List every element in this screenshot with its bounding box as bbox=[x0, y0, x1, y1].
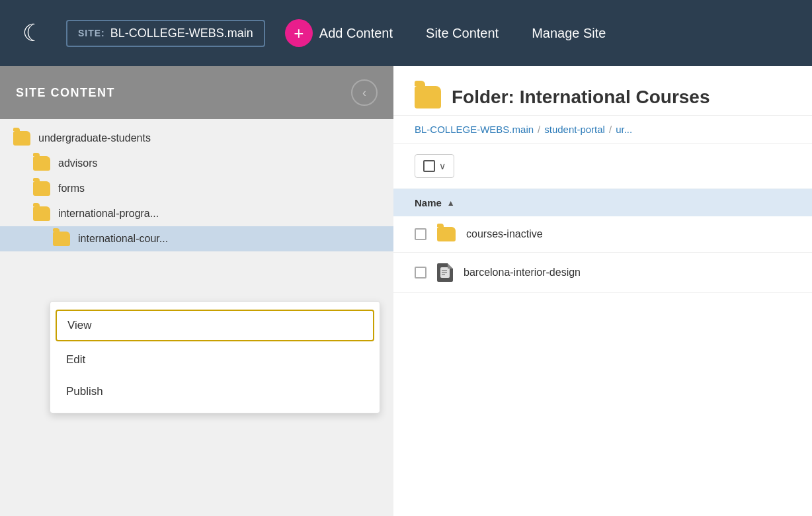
sidebar: SITE CONTENT ‹ undergraduate-students ad… bbox=[0, 66, 393, 516]
table-header: Name ▲ bbox=[393, 189, 812, 216]
site-name: BL-COLLEGE-WEBS.main bbox=[110, 26, 253, 40]
folder-icon bbox=[33, 206, 50, 221]
toolbar-row: ∨ bbox=[393, 144, 812, 189]
sidebar-header: SITE CONTENT ‹ bbox=[0, 66, 393, 119]
context-menu-edit[interactable]: Edit bbox=[50, 344, 380, 376]
name-column-header[interactable]: Name bbox=[415, 197, 442, 208]
breadcrumb: BL-COLLEGE-WEBS.main / student-portal / … bbox=[393, 116, 812, 144]
row-folder-icon bbox=[437, 227, 456, 241]
breadcrumb-sep-2: / bbox=[609, 124, 612, 135]
folder-title: Folder: International Courses bbox=[452, 87, 710, 108]
tree-item-label: advisors bbox=[58, 157, 98, 169]
folder-icon bbox=[33, 181, 50, 196]
logo: ☽ bbox=[13, 13, 53, 53]
collapse-button[interactable]: ‹ bbox=[351, 79, 378, 106]
site-selector[interactable]: SITE: BL-COLLEGE-WEBS.main bbox=[66, 20, 265, 47]
table-row[interactable]: barcelona-interior-design bbox=[393, 253, 812, 293]
breadcrumb-current: ur... bbox=[616, 124, 632, 135]
dropdown-arrow-icon: ∨ bbox=[439, 161, 446, 171]
breadcrumb-root[interactable]: BL-COLLEGE-WEBS.main bbox=[415, 124, 534, 135]
tree-item-label: undergraduate-students bbox=[38, 132, 151, 144]
top-nav: ☽ SITE: BL-COLLEGE-WEBS.main + Add Conte… bbox=[0, 0, 812, 66]
tree-item-undergraduate-students[interactable]: undergraduate-students bbox=[0, 126, 393, 151]
logo-icon: ☽ bbox=[22, 19, 44, 47]
breadcrumb-student-portal[interactable]: student-portal bbox=[544, 124, 605, 135]
add-content-label: Add Content bbox=[319, 26, 393, 41]
folder-icon bbox=[53, 232, 70, 246]
plus-icon: + bbox=[285, 19, 313, 47]
row-name: courses-inactive bbox=[466, 228, 543, 240]
select-all-checkbox[interactable] bbox=[423, 160, 435, 172]
tree-item-label: international-cour... bbox=[78, 233, 168, 245]
folder-header: Folder: International Courses bbox=[393, 66, 812, 116]
sidebar-title: SITE CONTENT bbox=[16, 86, 115, 100]
main-area: SITE CONTENT ‹ undergraduate-students ad… bbox=[0, 66, 812, 516]
table-row[interactable]: courses-inactive bbox=[393, 216, 812, 253]
folder-header-icon bbox=[415, 86, 441, 108]
row-checkbox[interactable] bbox=[415, 228, 426, 240]
select-all-dropdown[interactable]: ∨ bbox=[415, 154, 454, 178]
breadcrumb-sep-1: / bbox=[538, 124, 540, 135]
row-name: barcelona-interior-design bbox=[464, 267, 581, 279]
chevron-left-icon: ‹ bbox=[362, 86, 366, 100]
context-menu-view[interactable]: View bbox=[56, 310, 374, 341]
folder-icon bbox=[13, 131, 30, 146]
folder-icon bbox=[33, 156, 50, 171]
context-menu-publish[interactable]: Publish bbox=[50, 376, 380, 408]
site-content-nav[interactable]: Site Content bbox=[426, 26, 499, 41]
add-content-button[interactable]: + Add Content bbox=[285, 19, 393, 47]
tree-item-international-courses[interactable]: international-cour... bbox=[0, 226, 393, 251]
tree-item-international-programs[interactable]: international-progra... bbox=[0, 201, 393, 226]
right-panel: Folder: International Courses BL-COLLEGE… bbox=[393, 66, 812, 516]
row-checkbox[interactable] bbox=[415, 267, 426, 279]
tree-item-advisors[interactable]: advisors bbox=[0, 151, 393, 176]
tree-item-label: international-progra... bbox=[58, 208, 159, 220]
tree-item-label: forms bbox=[58, 183, 85, 194]
context-menu: View Edit Publish bbox=[50, 301, 380, 413]
sort-arrow-icon: ▲ bbox=[447, 198, 455, 208]
manage-site-nav[interactable]: Manage Site bbox=[532, 26, 606, 41]
row-file-icon bbox=[437, 263, 453, 282]
tree-item-forms[interactable]: forms bbox=[0, 176, 393, 201]
site-label: SITE: bbox=[78, 28, 105, 38]
